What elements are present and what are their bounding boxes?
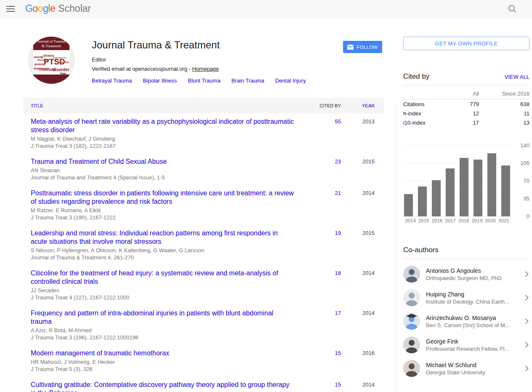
article-cited-by-link[interactable]: 19 (311, 229, 341, 261)
article-venue: J Trauma Treat 3 (196), 2167-1222.100019… (31, 334, 295, 341)
wordcloud-word: fear (60, 72, 66, 75)
topic-link[interactable]: Betrayal Trauma (92, 77, 132, 84)
wordcloud-word: mental (34, 56, 43, 59)
chart-x-tick: 2018 (458, 218, 470, 223)
coauthor-list-item[interactable]: George FinkProfessorial Research Fellow,… (403, 336, 529, 353)
article-title-link[interactable]: Frequency and pattern of intra-abdominal… (31, 309, 295, 326)
article-authors: HR Mahoozi, J Volmerig, E Hecker (31, 359, 295, 366)
article-title-link[interactable]: Meta-analysis of heart rate variability … (31, 117, 295, 134)
view-all-link[interactable]: VIEW ALL (505, 74, 529, 80)
topic-link[interactable]: Dental Injury (275, 77, 306, 84)
journal-cover-footer (33, 75, 69, 84)
topic-link[interactable]: Brain Trauma (231, 77, 264, 84)
journal-cover-image: Journal of Trauma & Treatment mentalstre… (33, 37, 69, 84)
article-venue: J Trauma Treat 3 (190), 2167-1222 (31, 214, 295, 221)
chart-bar-2015[interactable] (418, 187, 427, 216)
article-year: 2014 (341, 189, 384, 221)
article-cited-by-link[interactable]: 21 (311, 189, 341, 221)
article-year: 2014 (341, 269, 384, 301)
article-cited-by-link[interactable]: 15 (311, 349, 341, 373)
articles-table: TITLE CITED BY YEAR Meta-analysis of hea… (23, 98, 384, 392)
articles-table-header: TITLE CITED BY YEAR (23, 98, 384, 113)
chevron-right-icon[interactable] (525, 365, 529, 371)
chart-y-axis: 03570105140 (513, 144, 529, 216)
chart-x-tick: 2020 (484, 218, 497, 223)
coauthor-avatar (403, 289, 420, 306)
coauthor-affiliation: Ben S. Carson [Snr] School of M... (426, 322, 510, 329)
cited-by-title: Cited by (403, 72, 429, 81)
chevron-right-icon[interactable] (525, 342, 529, 348)
stats-value-since: 11 (479, 109, 529, 118)
get-my-own-profile-button[interactable]: GET MY OWN PROFILE (403, 37, 529, 50)
article-cited-by-link[interactable]: 17 (311, 309, 341, 341)
wordcloud-word: anxiety (35, 63, 45, 66)
article-cited-by-link[interactable]: 15 (311, 381, 341, 392)
article-venue: J Trauma Treat 3 (182), 1222-2167 (31, 143, 295, 150)
homepage-link[interactable]: Homepage (192, 66, 219, 72)
sort-by-year-header[interactable]: YEAR (341, 103, 384, 108)
search-icon[interactable] (508, 4, 517, 13)
chart-bar-2020[interactable] (487, 153, 496, 216)
article-authors: A Aziz, R Bota, M Ahmed (31, 327, 295, 334)
stats-label: i10-index (403, 118, 445, 127)
chart-x-axis: 20142015201620172018201920202021 (404, 218, 510, 223)
chart-y-tick: 105 (520, 160, 529, 166)
chart-bar-2021[interactable] (501, 165, 510, 216)
sort-by-citations-header[interactable]: CITED BY (311, 103, 341, 108)
coauthor-name: Antonios G Angoules (426, 267, 502, 275)
chevron-right-icon[interactable] (525, 295, 529, 301)
chevron-right-icon[interactable] (525, 318, 529, 324)
chart-bar-2014[interactable] (404, 194, 413, 216)
article-title-link[interactable]: Leadership and moral stress: Individual … (31, 229, 295, 246)
article-title-cell: Frequency and pattern of intra-abdominal… (23, 309, 311, 341)
topic-link[interactable]: Bipolar Illness (143, 77, 177, 84)
table-row: Trauma and Treatment of Child Sexual Abu… (23, 153, 384, 185)
chart-y-tick: 35 (524, 195, 529, 202)
coauthor-name: George Fink (426, 338, 509, 345)
scholar-logo-label: Scholar (58, 3, 91, 14)
chevron-right-icon[interactable] (525, 271, 529, 277)
article-cited-by-link[interactable]: 23 (311, 157, 341, 181)
article-title-link[interactable]: Cultivating gratitude: Contemplative dis… (31, 381, 295, 392)
article-title-link[interactable]: Modern management of traumatic hemothora… (31, 349, 295, 357)
chart-bar-2018[interactable] (460, 158, 468, 216)
stats-value-all: 779 (445, 99, 479, 109)
article-cited-by-link[interactable]: 55 (311, 117, 341, 149)
chart-bar-column (487, 153, 496, 216)
coauthor-list-item[interactable]: Arinzechukwu O. MosanyaBen S. Carson [Sn… (403, 313, 529, 330)
chart-bar-2019[interactable] (473, 160, 482, 216)
article-title-link[interactable]: Posttraumatic stress disorder in patient… (31, 189, 295, 206)
coauthor-avatar (403, 266, 420, 283)
coauthor-list-item[interactable]: Antonios G AngoulesOrthopaedic Surgeon M… (403, 266, 529, 283)
article-title-cell: Modern management of traumatic hemothora… (23, 349, 311, 373)
stats-label: h-index (403, 109, 445, 118)
chart-bar-2017[interactable] (446, 168, 455, 216)
chart-bar-column (460, 158, 468, 216)
stats-row: i10-index1713 (403, 118, 529, 127)
follow-button[interactable]: FOLLOW (343, 41, 382, 53)
stats-header-empty (403, 88, 445, 99)
article-title-cell: Meta-analysis of heart rate variability … (23, 117, 311, 149)
topic-link[interactable]: Blunt Trauma (188, 77, 220, 84)
article-title-link[interactable]: Citicoline for the treatment of head inj… (31, 269, 295, 286)
table-row: Cultivating gratitude: Contemplative dis… (23, 376, 384, 392)
google-scholar-logo[interactable]: Google Scholar (25, 3, 91, 14)
coauthor-list-item[interactable]: Huiping ZhangInstitute of Geology, China… (403, 289, 529, 306)
article-year: 2016 (341, 349, 384, 373)
menu-icon[interactable] (6, 4, 15, 13)
chart-bar-column (404, 194, 413, 216)
article-authors: M Ratzer, E Romano, A Elklit (31, 207, 295, 214)
coauthor-affiliation: Orthopaedic Surgeon MD, PhD (426, 275, 502, 282)
article-title-link[interactable]: Trauma and Treatment of Child Sexual Abu… (31, 157, 295, 166)
table-row: Meta-analysis of heart rate variability … (23, 113, 384, 153)
table-row: Leadership and moral stress: Individual … (23, 225, 384, 265)
coauthor-avatar (403, 313, 420, 330)
chart-bar-2016[interactable] (432, 180, 441, 216)
logo-letter: o (38, 3, 43, 14)
article-year: 2015 (341, 229, 384, 261)
stats-header-all: All (445, 88, 479, 99)
profile-avatar[interactable]: Journal of Trauma & Treatment mentalstre… (28, 37, 75, 84)
coauthor-list-item[interactable]: Michael W SchlundGeorgia State Universit… (403, 360, 529, 377)
article-cited-by-link[interactable]: 18 (311, 269, 341, 301)
sort-by-title-header[interactable]: TITLE (23, 103, 311, 108)
